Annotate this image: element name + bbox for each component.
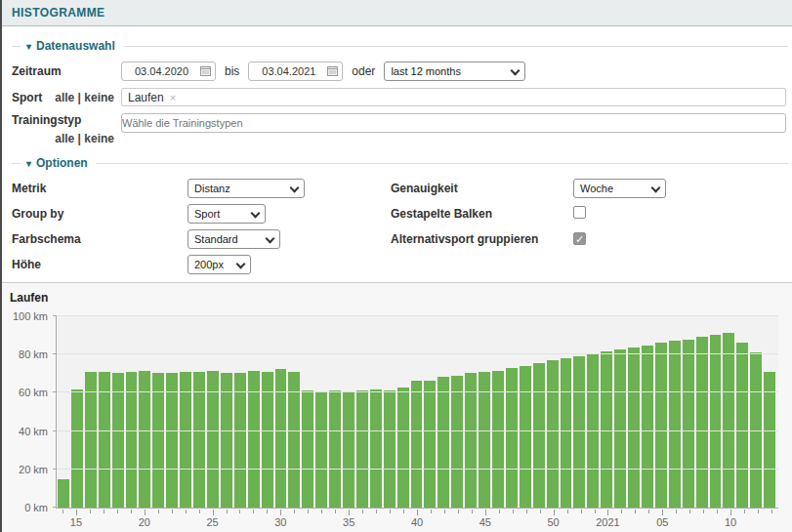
x-tick: [648, 510, 649, 513]
sport-tags-input[interactable]: Laufen ×: [121, 88, 786, 106]
date-from-input[interactable]: [121, 61, 216, 81]
collapse-triangle-icon: ▾: [26, 41, 31, 52]
datenauswahl-legend[interactable]: ▾ Datenauswahl: [12, 39, 788, 53]
metrik-label: Metrik: [12, 182, 188, 195]
alternativsport-label: Alternativsport gruppieren: [391, 232, 573, 246]
x-axis-label: 05: [656, 516, 668, 528]
x-tick: [689, 510, 690, 513]
x-axis-label: 25: [206, 516, 218, 528]
x-axis-label: 30: [274, 516, 286, 528]
x-tick: [485, 510, 486, 515]
gestapelte-balken-label: Gestapelte Balken: [391, 207, 573, 221]
date-range-select[interactable]: last 12 months: [384, 61, 525, 81]
x-tick: [267, 510, 268, 513]
x-tick: [213, 510, 214, 515]
x-tick: [717, 510, 718, 513]
bar-week-39: [397, 388, 409, 508]
farbschema-select[interactable]: Standard: [188, 229, 280, 249]
bar-week-43: [451, 376, 463, 508]
trainingstyp-keine-link[interactable]: keine: [84, 132, 114, 145]
bar-week-34: [329, 390, 341, 508]
x-tick: [526, 510, 527, 513]
y-axis-label: 60 km: [7, 387, 48, 398]
x-tick: [703, 510, 704, 513]
x-axis-label: 20: [139, 516, 150, 528]
x-tick: [403, 510, 404, 513]
x-tick: [199, 510, 200, 513]
gridline: [57, 353, 778, 354]
trainingstyp-alle-link[interactable]: alle: [55, 132, 74, 145]
bar-week-35: [343, 392, 354, 508]
x-tick: [145, 510, 146, 515]
sport-alle-link[interactable]: alle: [55, 91, 74, 104]
group-by-select[interactable]: Sport: [188, 204, 266, 224]
bar-week-30: [275, 369, 287, 508]
x-tick: [540, 510, 541, 513]
bar-week-27: [234, 373, 246, 508]
page-header: HISTOGRAMME: [2, 0, 792, 26]
hoehe-select[interactable]: 200px: [188, 255, 251, 274]
y-axis-label: 0 km: [7, 502, 48, 513]
bar-week-04: [642, 346, 653, 508]
alternativsport-checkbox[interactable]: ✓: [573, 232, 586, 245]
trainingstyp-label: Trainingstyp: [12, 113, 121, 127]
bar-week-48: [520, 366, 531, 508]
y-tick: [53, 469, 57, 470]
bar-week-36: [356, 390, 368, 508]
histogram-panel: Laufen 0 km20 km40 km60 km80 km100 km 15…: [2, 282, 792, 532]
bar-week-14: [58, 479, 69, 508]
divider: [123, 46, 788, 47]
x-tick: [567, 510, 568, 513]
y-tick: [53, 353, 57, 354]
genauigkeit-select[interactable]: Woche: [573, 179, 666, 198]
gestapelte-balken-checkbox[interactable]: [573, 206, 586, 219]
y-tick: [53, 315, 57, 316]
x-tick: [186, 510, 187, 513]
gridline: [57, 469, 778, 470]
bar-week-21: [152, 373, 164, 508]
gridline: [57, 391, 778, 392]
x-axis: 152025303540455020210510: [56, 509, 778, 532]
x-tick: [321, 510, 322, 513]
x-axis-label: 10: [725, 516, 736, 528]
x-tick: [458, 510, 459, 513]
sport-keine-link[interactable]: keine: [84, 91, 114, 104]
x-tick: [349, 510, 350, 515]
y-axis-label: 100 km: [7, 310, 48, 322]
x-tick: [390, 510, 391, 513]
x-tick: [253, 510, 254, 513]
metrik-select[interactable]: Distanz: [188, 179, 305, 198]
separator: |: [78, 91, 81, 104]
bar-week-07: [683, 340, 694, 508]
bar-week-03: [628, 348, 640, 508]
optionen-legend[interactable]: ▾ Optionen: [12, 156, 788, 170]
date-to-input[interactable]: [248, 61, 343, 81]
histogram-chart: 0 km20 km40 km60 km80 km100 km 152025303…: [10, 316, 792, 532]
divider: [12, 46, 21, 47]
x-tick: [376, 510, 377, 513]
bis-label: bis: [225, 64, 239, 78]
x-tick: [595, 510, 596, 513]
bar-week-47: [506, 368, 518, 508]
sport-row: Sport alle | keine Laufen ×: [12, 88, 788, 106]
x-tick: [239, 510, 240, 513]
bar-week-06: [669, 341, 681, 508]
separator: |: [78, 132, 81, 145]
x-tick: [76, 510, 77, 515]
bar-week-52: [573, 356, 585, 508]
bar-week-26: [221, 373, 232, 508]
group-by-label: Group by: [12, 207, 188, 221]
bar-week-51: [561, 358, 572, 508]
y-axis-label: 20 km: [7, 464, 48, 475]
x-tick: [63, 510, 63, 513]
trainingstyp-input[interactable]: [121, 113, 786, 133]
remove-tag-icon[interactable]: ×: [170, 92, 176, 103]
datenauswahl-legend-label: Datenauswahl: [36, 39, 115, 53]
x-tick: [104, 510, 104, 513]
x-tick: [499, 510, 500, 513]
bar-week-32: [302, 390, 313, 508]
y-tick: [53, 391, 57, 392]
bar-week-02: [614, 349, 626, 508]
x-axis-label: 15: [70, 516, 82, 528]
bar-week-44: [465, 373, 477, 508]
